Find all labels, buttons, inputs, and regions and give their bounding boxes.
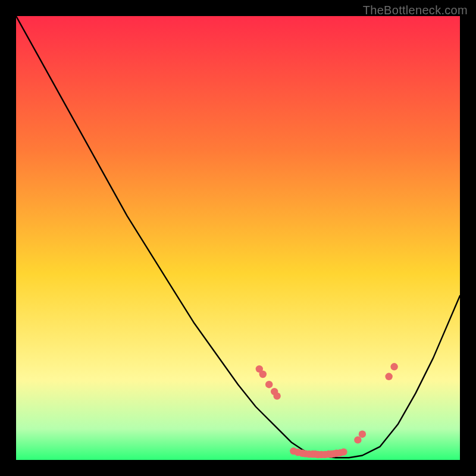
load-point-marker xyxy=(273,392,280,399)
load-point-marker xyxy=(259,371,267,378)
load-point-marker xyxy=(265,381,273,388)
plot-area xyxy=(16,16,460,460)
watermark-text: TheBottleneck.com xyxy=(363,4,468,17)
load-point-marker xyxy=(385,373,392,380)
load-point-marker xyxy=(359,431,366,438)
gradient-background xyxy=(16,16,460,460)
load-point-marker xyxy=(390,363,397,370)
load-point-marker xyxy=(340,448,347,455)
plot-svg xyxy=(16,16,460,460)
load-point-marker xyxy=(354,436,361,443)
chart-stage: TheBottleneck.com xyxy=(0,0,476,476)
